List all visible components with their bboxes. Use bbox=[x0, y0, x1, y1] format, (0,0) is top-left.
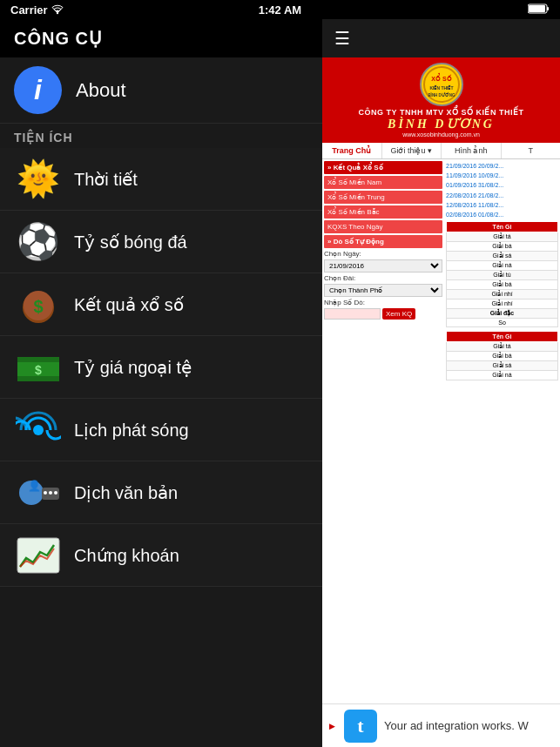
menu-item-translate[interactable]: 👤 Dịch văn bản bbox=[0, 461, 322, 524]
translate-icon: 👤 bbox=[14, 468, 62, 516]
lottery-company-name: CÔNG TY TNHH MTV XỔ SỐ KIẾN THIẾT bbox=[327, 108, 555, 117]
so-do-input[interactable] bbox=[324, 308, 381, 320]
carrier-text: Carrier bbox=[10, 3, 48, 17]
btn-do-so[interactable]: » Dò Số Tự Động bbox=[324, 235, 442, 248]
menu-item-weather[interactable]: 🌞 Thời tiết bbox=[0, 148, 322, 211]
btn-theo-ngay[interactable]: KQXS Theo Ngày bbox=[324, 220, 442, 233]
svg-text:BÌNH DƯƠNG: BÌNH DƯƠNG bbox=[428, 91, 455, 98]
date-link-5[interactable]: 12/08/2016 11/08/2... bbox=[446, 200, 558, 210]
table1-row-dac: Giải đặc bbox=[447, 309, 558, 319]
battery-icon bbox=[528, 3, 550, 17]
menu-item-soccer[interactable]: ⚽ Tỷ số bóng đá bbox=[0, 211, 322, 273]
form-chon-dai-label: Chọn Đài: bbox=[324, 274, 442, 282]
lottery-url: www.xosobinhduong.com.vn bbox=[327, 131, 555, 138]
sidebar-title: CÔNG CỤ bbox=[14, 28, 103, 49]
table1-row-2: Giải bá bbox=[447, 242, 558, 252]
date-link-4[interactable]: 22/08/2016 21/08/2... bbox=[446, 191, 558, 200]
broadcast-icon bbox=[14, 406, 62, 454]
form-city-select[interactable]: Chọn Thành Phố bbox=[324, 284, 442, 297]
menu-item-exchange[interactable]: $ Tỷ giá ngoại tệ bbox=[0, 336, 322, 399]
date-link-6[interactable]: 02/08/2016 01/08/2... bbox=[446, 210, 558, 219]
menu-item-stocks[interactable]: Chứng khoán bbox=[0, 524, 322, 587]
svg-point-15 bbox=[44, 491, 47, 495]
svg-text:$: $ bbox=[35, 363, 42, 377]
sidebar-header: CÔNG CỤ bbox=[0, 19, 322, 57]
btn-mien-bac[interactable]: Xổ Số Miền Bắc bbox=[324, 205, 442, 219]
results-table-1: Tên Gi Giải tá Giải bá Giải sá Giải ná G… bbox=[446, 221, 558, 327]
xem-kq-button[interactable]: Xem KQ bbox=[382, 308, 415, 320]
about-item[interactable]: i About bbox=[0, 57, 322, 124]
lottery-site-name: BÌNH DƯƠNG bbox=[327, 117, 555, 131]
broadcast-label: Lịch phát sóng bbox=[74, 420, 189, 441]
table1-row-5: Giải tú bbox=[447, 271, 558, 280]
table2-row-1: Giải tá bbox=[447, 342, 558, 352]
form-nhap-so-label: Nhập Số Dò: bbox=[324, 299, 442, 306]
weather-icon: 🌞 bbox=[14, 155, 62, 203]
table2-header: Tên Gi bbox=[447, 332, 558, 342]
svg-point-0 bbox=[56, 12, 57, 14]
svg-text:KIẾN THIẾT: KIẾN THIẾT bbox=[429, 84, 453, 91]
sidebar: CÔNG CỤ i About TIỆN ÍCH 🌞 Thời tiết ⚽ T… bbox=[0, 19, 322, 747]
about-icon: i bbox=[14, 66, 62, 114]
date-links: 21/09/2016 20/09/2... 11/09/2016 10/09/2… bbox=[446, 161, 558, 219]
nav-extra[interactable]: T bbox=[502, 143, 561, 158]
btn-mien-nam[interactable]: Xổ Số Miền Nam bbox=[324, 176, 442, 189]
status-time: 1:42 AM bbox=[259, 3, 301, 17]
svg-point-17 bbox=[54, 491, 57, 495]
nav-hinh-anh[interactable]: Hình ảnh bbox=[442, 143, 502, 158]
web-content: XỔ SỐ KIẾN THIẾT BÌNH DƯƠNG CÔNG TY TNHH… bbox=[322, 57, 560, 703]
lottery-left-menu: » Kết Quả Xổ Số Xổ Số Miền Nam Xổ Số Miề… bbox=[322, 159, 444, 382]
lottery-icon: $ bbox=[14, 280, 62, 328]
soccer-icon: ⚽ bbox=[14, 218, 62, 266]
status-bar: Carrier 1:42 AM bbox=[0, 0, 560, 19]
table1-row-4: Giải ná bbox=[447, 261, 558, 271]
ad-text: Your ad integration works. W bbox=[384, 719, 529, 732]
lottery-nav: Trang Chủ Giới thiệu ▾ Hình ảnh T bbox=[322, 143, 560, 159]
table2-row-3: Giải sá bbox=[447, 361, 558, 371]
nav-trang-chu[interactable]: Trang Chủ bbox=[322, 143, 382, 158]
date-link-2[interactable]: 11/09/2016 10/09/2... bbox=[446, 171, 558, 180]
ad-logo: t bbox=[344, 710, 377, 743]
table1-row-1: Giải tá bbox=[447, 232, 558, 242]
ad-arrow-icon: ▶ bbox=[329, 722, 335, 730]
table2-row-2: Giải bá bbox=[447, 352, 558, 361]
content-header: ☰ bbox=[322, 19, 560, 57]
svg-point-11 bbox=[33, 425, 44, 435]
stocks-label: Chứng khoán bbox=[74, 545, 179, 566]
main-layout: CÔNG CỤ i About TIỆN ÍCH 🌞 Thời tiết ⚽ T… bbox=[0, 19, 560, 747]
nav-gioi-thieu[interactable]: Giới thiệu ▾ bbox=[382, 143, 442, 158]
exchange-label: Tỷ giá ngoại tệ bbox=[74, 357, 192, 378]
btn-ket-qua[interactable]: » Kết Quả Xổ Số bbox=[324, 161, 442, 174]
menu-item-lottery[interactable]: $ Kết quả xổ số bbox=[0, 273, 322, 336]
date-link-1[interactable]: 21/09/2016 20/09/2... bbox=[446, 161, 558, 171]
tienich-section-header: TIỆN ÍCH bbox=[0, 124, 322, 148]
content-area: ☰ XỔ SỐ KIẾN THIẾT BÌNH DƯƠNG CÔNG TY TN… bbox=[322, 19, 560, 747]
results-table-2: Tên Gi Giải tá Giải bá Giải sá Giải ná bbox=[446, 331, 558, 380]
ad-banner: ▶ t Your ad integration works. W bbox=[322, 703, 560, 747]
table1-row-6: Giải bá bbox=[447, 280, 558, 290]
svg-text:$: $ bbox=[33, 297, 43, 316]
menu-item-broadcast[interactable]: Lịch phát sóng bbox=[0, 399, 322, 461]
lottery-site: XỔ SỐ KIẾN THIẾT BÌNH DƯƠNG CÔNG TY TNHH… bbox=[322, 57, 560, 703]
weather-label: Thời tiết bbox=[74, 169, 138, 190]
form-date-select[interactable]: 21/09/2016 bbox=[324, 259, 442, 273]
date-dropdown[interactable]: 21/09/2016 bbox=[324, 259, 442, 273]
translate-label: Dịch văn bản bbox=[74, 482, 178, 503]
soccer-label: Tỷ số bóng đá bbox=[74, 232, 187, 252]
date-link-3[interactable]: 01/09/2016 31/08/2... bbox=[446, 180, 558, 190]
carrier-signal: Carrier bbox=[10, 3, 64, 17]
table1-row-7: Giải nhí bbox=[447, 290, 558, 299]
form-input-row: Xem KQ bbox=[324, 308, 442, 320]
stocks-icon bbox=[14, 531, 62, 579]
wifi-icon bbox=[51, 4, 64, 15]
table2-row-4: Giải ná bbox=[447, 371, 558, 380]
lottery-label: Kết quả xổ số bbox=[74, 294, 184, 315]
about-label: About bbox=[76, 79, 126, 102]
table1-row-8: Giải nhí bbox=[447, 299, 558, 309]
lottery-body: » Kết Quả Xổ Số Xổ Số Miền Nam Xổ Số Miề… bbox=[322, 159, 560, 382]
hamburger-icon[interactable]: ☰ bbox=[334, 28, 350, 49]
btn-mien-trung[interactable]: Xổ Số Miền Trung bbox=[324, 191, 442, 204]
form-chon-ngay-label: Chọn Ngày: bbox=[324, 250, 442, 258]
city-dropdown[interactable]: Chọn Thành Phố bbox=[324, 284, 442, 297]
svg-rect-3 bbox=[529, 5, 545, 12]
